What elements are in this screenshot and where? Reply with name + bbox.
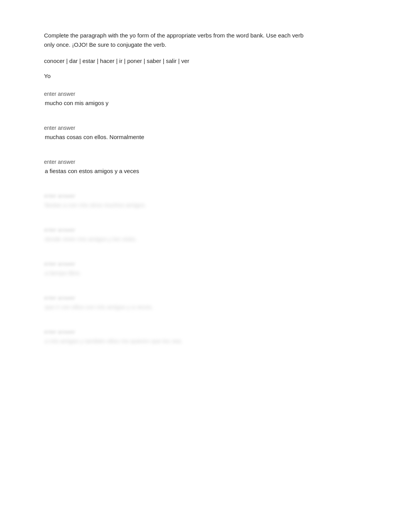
- entry-block-7: enter answer que ir con ellos con mis am…: [44, 295, 366, 312]
- sentence-text-6: a tiempo libre.: [44, 269, 366, 278]
- entry-block-3: enter answer a fiestas con estos amigos …: [44, 159, 366, 176]
- instructions-block: Complete the paragraph with the yo form …: [44, 31, 366, 79]
- sentence-text-8: a mis amigos y también ellos me quieren …: [44, 337, 366, 346]
- sentence-text-1: mucho con mis amigos y: [44, 99, 366, 108]
- enter-answer-label-5[interactable]: enter answer: [44, 227, 366, 233]
- entry-block-1: enter answer mucho con mis amigos y: [44, 91, 366, 108]
- sentence-text-2: muchas cosas con ellos. Normalmente: [44, 133, 366, 142]
- sentence-text-4: fiestas a con mis otros muchos amigos.: [44, 201, 366, 210]
- sentence-text-7: que ir con ellos con mis amigos y a vece…: [44, 303, 366, 312]
- entry-block-5: enter answer donde viven mis amigos y le…: [44, 227, 366, 244]
- entry-block-6: enter answer a tiempo libre.: [44, 261, 366, 278]
- enter-answer-label-3[interactable]: enter answer: [44, 159, 366, 165]
- enter-answer-label-8[interactable]: enter answer: [44, 329, 366, 335]
- sentence-text-5: donde viven mis amigos y les visito.: [44, 235, 366, 244]
- enter-answer-label-4[interactable]: enter answer: [44, 193, 366, 199]
- entry-block-8: enter answer a mis amigos y también ello…: [44, 329, 366, 346]
- enter-answer-label-6[interactable]: enter answer: [44, 261, 366, 267]
- yo-label: Yo: [44, 73, 366, 79]
- enter-answer-label-1[interactable]: enter answer: [44, 91, 366, 97]
- enter-answer-label-2[interactable]: enter answer: [44, 125, 366, 131]
- sentence-text-3: a fiestas con estos amigos y a veces: [44, 167, 366, 176]
- instruction-text: Complete the paragraph with the yo form …: [44, 31, 366, 49]
- entries-container: enter answer mucho con mis amigos yenter…: [44, 91, 366, 346]
- enter-answer-label-7[interactable]: enter answer: [44, 295, 366, 301]
- word-bank-text: conocer | dar | estar | hacer | ir | pon…: [44, 56, 366, 66]
- entry-block-4: enter answer fiestas a con mis otros muc…: [44, 193, 366, 210]
- entry-block-2: enter answer muchas cosas con ellos. Nor…: [44, 125, 366, 142]
